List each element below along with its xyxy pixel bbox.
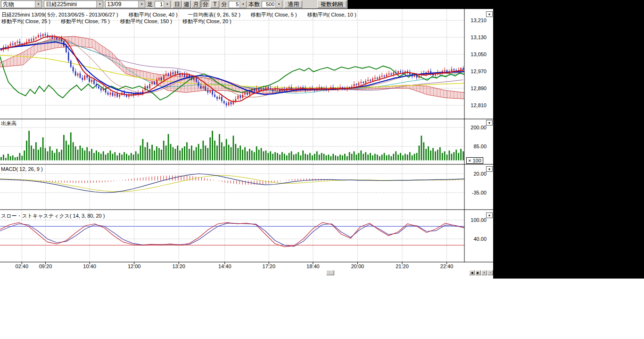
period-button-T[interactable]: T [210,0,219,8]
chevron-down-icon[interactable]: ▼ [164,1,170,8]
time-axis-label: 02:40 [12,263,31,269]
bar-count-value[interactable] [262,1,275,8]
chevron-down-icon[interactable]: ▼ [275,1,282,8]
bar-interval-input[interactable]: ▼ [155,1,171,8]
chevron-down-icon: ▼ [138,1,145,8]
period-button-分[interactable]: 分 [201,0,210,8]
scroll-left-icon[interactable]: ◀ [469,270,475,275]
chart-legend-line1: 日経225mini 13/09( 5分, 2013/06/25 - 2013/0… [1,11,356,18]
stoch-panel-label: スロー・ストキャスティクス( 14, 3, 80, 20 ) [1,212,105,220]
desktop-background [493,0,644,279]
chart-canvas[interactable] [0,8,493,279]
period-button-group: 日週月分T [173,0,219,8]
volume-axis-label: 85.00 [466,144,487,149]
legend-item: 移動平均( Close, 25 ) [1,18,50,25]
panel-menu-button[interactable]: ▼ [486,166,493,172]
time-axis-label: 18:40 [304,263,322,269]
price-axis-label: 13,210 [466,17,487,23]
time-axis-label: 21:20 [393,263,412,269]
stoch-axis-label: 40.00 [466,236,487,242]
count-label: 本数 [248,0,260,8]
time-axis-label: 09:20 [36,263,55,269]
period-button-日[interactable]: 日 [173,0,182,8]
price-axis-label: 12,810 [466,102,487,108]
time-axis-label: 10:40 [80,263,99,269]
minute-value[interactable] [229,1,239,8]
chevron-down-icon: ▼ [96,1,103,8]
macd-panel-label: MACD( 12, 26, 9 ) [1,166,43,172]
zoom-in-icon[interactable]: + [481,270,487,275]
bar-count-input[interactable]: ▼ [262,1,282,8]
minute-input[interactable]: ▼ [229,1,247,8]
time-axis-label: 12:00 [125,263,144,269]
chart-area: 日経225mini 13/09( 5分, 2013/06/25 - 2013/0… [0,8,493,279]
toolbar: 先物 ▼ 日経225mini ▼ 13/09 ▼ 足 ▼ 日週月分T 分 ▼ 本… [0,0,347,8]
time-axis-label: 17:20 [259,263,278,269]
scroll-right-icon[interactable]: ▶ [475,270,481,275]
panel-menu-button[interactable]: ▼ [486,212,493,218]
zoom-out-icon[interactable]: − [487,270,493,275]
time-axis-label: 14:40 [215,263,234,269]
time-axis-label: 20:00 [348,263,367,269]
price-axis-label: 13,050 [466,51,487,57]
bar-label: 足 [147,0,153,8]
volume-axis-label: 200.00 [466,125,487,130]
contract-month-value: 13/09 [106,1,138,8]
stoch-axis-label: 100.00 [466,217,487,223]
instrument-type-value: 先物 [1,0,35,8]
period-button-月[interactable]: 月 [191,0,200,8]
instrument-select[interactable]: 日経225mini ▼ [44,0,103,8]
minute-label: 分 [221,0,227,8]
price-axis-label: 12,970 [466,68,487,74]
panel-menu-button[interactable]: ▼ [486,11,493,17]
legend-item: 移動平均( Close, 40 ) [129,11,178,18]
panel-menu-button[interactable]: ▼ [486,120,493,126]
price-axis-label: 13,130 [466,34,487,40]
multi-symbol-button[interactable]: 複数銘柄 [317,0,347,8]
legend-item: 日経225mini 13/09( 5分, 2013/06/25 - 2013/0… [1,11,118,18]
macd-axis-label: 20.00 [466,171,487,177]
instrument-value: 日経225mini [44,0,96,8]
bar-interval-value[interactable] [155,1,164,8]
macd-axis-label: -35.00 [466,190,487,195]
legend-item: 移動平均( Close, 75 ) [61,18,110,25]
legend-item: 移動平均( Close, 20 ) [182,18,231,25]
chart-legend-line2: 移動平均( Close, 25 )移動平均( Close, 75 )移動平均( … [1,18,231,25]
legend-item: 一目均衡表( 9, 26, 52 ) [188,11,240,18]
chevron-down-icon: ▼ [35,1,41,8]
legend-item: 移動平均( Close, 10 ) [307,11,356,18]
period-button-週[interactable]: 週 [182,0,191,8]
price-axis-label: 12,890 [466,85,487,91]
legend-item: 移動平均( Close, 5 ) [251,11,297,18]
instrument-type-select[interactable]: 先物 ▼ [1,0,42,8]
contract-month-select[interactable]: 13/09 ▼ [105,0,145,8]
apply-button[interactable]: 適用 [284,0,302,8]
time-axis-label: 13:20 [169,263,188,269]
volume-multiplier-badge: × 100 [466,157,483,164]
legend-item: 移動平均( Close, 150 ) [120,18,172,25]
chevron-down-icon[interactable]: ▼ [239,1,246,8]
time-axis-label: 22:40 [438,263,456,269]
volume-panel-label: 出来高 [1,120,17,127]
scrollbar-thumb[interactable] [326,270,334,275]
